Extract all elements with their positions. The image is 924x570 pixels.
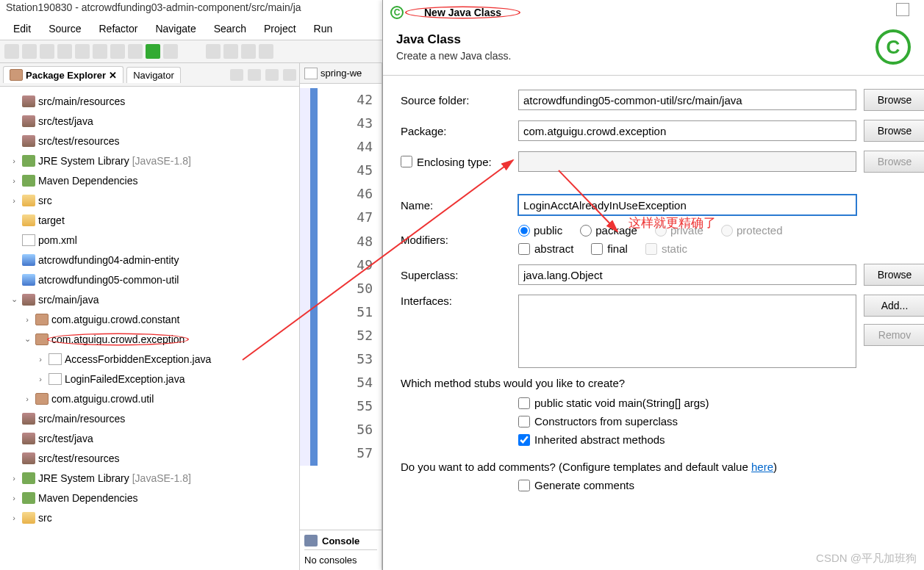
enclosing-type-input xyxy=(518,151,856,172)
menu-navigate[interactable]: Navigate xyxy=(148,21,203,36)
menu-refactor[interactable]: Refactor xyxy=(91,21,145,36)
tab-navigator[interactable]: Navigator xyxy=(126,67,181,83)
minimize-icon[interactable] xyxy=(283,69,296,81)
package-label: Package: xyxy=(401,125,511,137)
tree-item[interactable]: ›Maven Dependencies xyxy=(3,488,296,508)
maximize-icon[interactable] xyxy=(896,3,909,16)
link-icon[interactable] xyxy=(248,69,261,81)
pkg-icon xyxy=(35,393,49,405)
tree-item[interactable]: ›LoginFailedException.java xyxy=(3,369,296,389)
console-empty-text: No consoles xyxy=(304,555,357,566)
save-all-icon[interactable] xyxy=(22,44,37,59)
menu-run[interactable]: Run xyxy=(307,21,340,36)
menu-icon[interactable] xyxy=(265,69,279,81)
package-icon xyxy=(10,69,23,81)
modifier-public[interactable]: public xyxy=(518,224,562,237)
browse-source-button[interactable]: Browse xyxy=(864,89,924,111)
stub-constructors[interactable]: Constructors from superclass xyxy=(518,415,924,428)
tree-item[interactable]: src/main/resources xyxy=(3,408,296,428)
dialog-title: New Java Class xyxy=(409,7,516,18)
browse-enclosing-button: Browse xyxy=(864,151,924,173)
jar-icon xyxy=(22,433,35,444)
tab-package-explorer[interactable]: Package Explorer ✕ xyxy=(3,66,123,83)
tree-item[interactable]: src/test/resources xyxy=(3,448,296,468)
menu-source[interactable]: Source xyxy=(41,21,88,36)
close-icon[interactable]: ✕ xyxy=(109,70,117,81)
tree-item[interactable]: ›com.atguigu.crowd.util xyxy=(3,389,296,408)
remove-interface-button: Remov xyxy=(864,324,924,346)
save-icon[interactable] xyxy=(4,44,19,59)
dialog-subtitle: Create a new Java class. xyxy=(396,50,511,62)
toolbar-icon[interactable] xyxy=(223,44,238,59)
console-icon xyxy=(304,535,318,546)
modifier-private: private xyxy=(655,224,703,237)
pkg-icon xyxy=(35,314,49,325)
modifier-package[interactable]: package xyxy=(580,224,637,237)
file-icon xyxy=(304,68,318,79)
browse-package-button[interactable]: Browse xyxy=(864,120,924,142)
toolbar-icon[interactable] xyxy=(241,44,256,59)
menu-edit[interactable]: Edit xyxy=(6,21,38,36)
tree-item[interactable]: pom.xml xyxy=(3,230,296,250)
toolbar-icon[interactable] xyxy=(57,44,72,59)
tree-item[interactable]: ›JRE System Library [JavaSE-1.8] xyxy=(3,468,296,488)
tree-item[interactable]: src/test/resources xyxy=(3,131,296,151)
generate-comments[interactable]: Generate comments xyxy=(518,479,924,491)
collapse-icon[interactable] xyxy=(230,69,243,81)
toolbar-icon[interactable] xyxy=(163,44,178,59)
modifier-abstract[interactable]: abstract xyxy=(518,242,573,255)
fld-icon xyxy=(22,214,35,226)
lib-icon xyxy=(22,175,35,187)
interfaces-list[interactable] xyxy=(518,295,856,368)
modifier-final[interactable]: final xyxy=(591,242,628,255)
tree-item[interactable]: ›src xyxy=(3,508,296,527)
toolbar-icon[interactable] xyxy=(93,44,107,59)
toolbar-icon[interactable] xyxy=(259,44,273,59)
console-view: Console No consoles xyxy=(300,530,382,570)
name-input[interactable] xyxy=(518,195,856,215)
class-icon: C xyxy=(390,6,404,19)
source-folder-label: Source folder: xyxy=(401,94,511,107)
editor-tab[interactable]: spring-we xyxy=(300,63,382,84)
stub-main[interactable]: public static void main(String[] args) xyxy=(518,397,924,409)
toolbar-icon[interactable] xyxy=(110,44,125,59)
add-interface-button[interactable]: Add... xyxy=(864,295,924,317)
tree-item[interactable]: ›com.atguigu.crowd.constant xyxy=(3,309,296,329)
toolbar-icon[interactable] xyxy=(75,44,90,59)
tree-item[interactable]: ›Maven Dependencies xyxy=(3,170,296,190)
tree-item[interactable]: ⌄src/main/java xyxy=(3,289,296,309)
jar-icon xyxy=(22,135,35,147)
package-input[interactable] xyxy=(518,120,856,141)
enclosing-type-check[interactable]: Enclosing type: xyxy=(401,156,511,168)
stubs-question: Which method stubs would you like to cre… xyxy=(401,377,924,389)
tree-item[interactable]: atcrowdfunding04-admin-entity xyxy=(3,250,296,270)
tree-item[interactable]: src/test/java xyxy=(3,428,296,448)
interfaces-label: Interfaces: xyxy=(401,295,511,307)
name-label: Name: xyxy=(401,199,511,212)
debug-icon[interactable] xyxy=(128,44,143,59)
tree-item[interactable]: atcrowdfunding05-common-util xyxy=(3,270,296,289)
stub-inherited[interactable]: Inherited abstract methods xyxy=(518,433,924,446)
menu-search[interactable]: Search xyxy=(207,21,254,36)
new-java-class-dialog: C New Java Class Java Class Create a new… xyxy=(382,0,924,570)
tree-item[interactable]: ›JRE System Library [JavaSE-1.8] xyxy=(3,151,296,170)
tree-item[interactable]: ›AccessForbiddenException.java xyxy=(3,349,296,369)
tree-item[interactable]: target xyxy=(3,210,296,230)
tree-item[interactable]: src/test/java xyxy=(3,111,296,131)
superclass-label: Superclass: xyxy=(401,269,511,281)
configure-link[interactable]: here xyxy=(751,461,773,473)
jar-icon xyxy=(22,294,35,306)
project-tree[interactable]: src/main/resourcessrc/test/javasrc/test/… xyxy=(0,87,299,570)
tree-item[interactable]: ›src xyxy=(3,190,296,210)
jar-icon xyxy=(22,452,35,464)
tree-item[interactable]: src/main/resources xyxy=(3,91,296,111)
superclass-input[interactable] xyxy=(518,264,856,285)
toolbar-icon[interactable] xyxy=(206,44,221,59)
toolbar-icon[interactable] xyxy=(40,44,54,59)
tree-item[interactable]: ⌄com.atguigu.crowd.exception xyxy=(3,329,296,349)
browse-superclass-button[interactable]: Browse xyxy=(864,264,924,286)
run-icon[interactable] xyxy=(146,44,160,59)
prj-icon xyxy=(22,274,35,286)
source-folder-input[interactable] xyxy=(518,90,856,110)
menu-project[interactable]: Project xyxy=(257,21,304,36)
